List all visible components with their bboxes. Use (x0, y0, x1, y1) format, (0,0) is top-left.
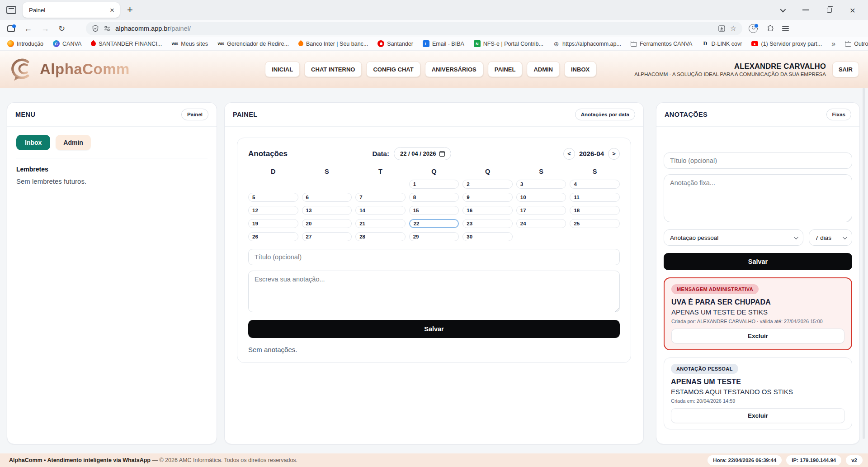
save-note-button[interactable]: Salvar (248, 320, 620, 338)
folder-icon (845, 42, 851, 47)
calendar-day-18[interactable]: 18 (570, 206, 620, 215)
minimize-icon[interactable] (802, 10, 809, 10)
calendar-day-11[interactable]: 11 (570, 193, 620, 202)
delete-note-button[interactable]: Excluir (671, 329, 844, 343)
bookmarks-overflow-icon[interactable]: » (831, 40, 835, 48)
browser-toolbar: ← → ↻ alphacomm.app.br/painel/ ☆ (0, 20, 868, 37)
profile-icon[interactable] (749, 24, 758, 33)
logout-button[interactable]: SAIR (832, 62, 859, 77)
menu-panel-badge[interactable]: Painel (181, 109, 208, 120)
nav-chat-interno[interactable]: CHAT INTERNO (304, 62, 362, 77)
prev-month-button[interactable]: < (563, 148, 575, 160)
calendar-day-3[interactable]: 3 (516, 180, 566, 189)
bookmark-item[interactable]: Introdução (7, 40, 43, 47)
calendar-icon[interactable] (439, 151, 445, 157)
calendar-day-4[interactable]: 4 (570, 180, 620, 189)
browser-tab[interactable]: Painel × (23, 2, 120, 18)
fixed-note-text-input[interactable] (664, 174, 852, 222)
firefox-icon (7, 40, 14, 47)
tab-actions-icon[interactable] (6, 6, 16, 14)
tab-admin[interactable]: Admin (56, 135, 91, 150)
calendar-day-8[interactable]: 8 (409, 193, 459, 202)
bookmark-item[interactable]: CANVA (53, 40, 81, 47)
tab-close-icon[interactable]: × (109, 6, 115, 14)
nav-inicial[interactable]: INICIAL (265, 62, 300, 77)
nav-admin[interactable]: ADMIN (527, 62, 560, 77)
save-fixed-note-button[interactable]: Salvar (664, 253, 852, 270)
calendar-day-24[interactable]: 24 (516, 219, 566, 228)
date-input[interactable]: 22 / 04 / 2026 (394, 147, 452, 160)
calendar-day-6[interactable]: 6 (302, 193, 352, 202)
note-type-select[interactable]: Anotação pessoal (664, 229, 803, 246)
bookmark-item[interactable]: Email - BIBA (423, 40, 464, 47)
reminders-title: Lembretes (16, 166, 208, 173)
save-page-icon[interactable] (718, 25, 726, 32)
workspaces-icon[interactable] (7, 25, 15, 32)
painel-panel-badge[interactable]: Anotações por data (575, 109, 635, 120)
scrollbar[interactable] (863, 88, 865, 439)
next-month-button[interactable]: > (608, 148, 620, 160)
calendar-day-15[interactable]: 15 (409, 206, 459, 215)
site-permissions-icon[interactable] (104, 25, 111, 32)
calendar-day-26[interactable]: 26 (248, 232, 298, 241)
calendar-day-2[interactable]: 2 (462, 180, 513, 189)
calendar-day-22[interactable]: 22 (409, 219, 459, 228)
anotacoes-panel-badge[interactable]: Fixas (826, 109, 851, 120)
bookmark-item[interactable]: SANTANDER FINANCI... (91, 41, 162, 47)
calendar-day-12[interactable]: 12 (248, 206, 298, 215)
calendar-day-27[interactable]: 27 (302, 232, 352, 241)
bookmark-item[interactable]: Ferramentos CANVA (631, 41, 692, 47)
calendar-day-30[interactable]: 30 (462, 232, 513, 241)
calendar-day-10[interactable]: 10 (516, 193, 566, 202)
bookmark-item[interactable]: https://alphacomm.ap... (553, 40, 621, 47)
close-icon[interactable]: × (850, 5, 855, 15)
url-text[interactable]: alphacomm.app.br/painel/ (115, 25, 191, 32)
calendar-day-5[interactable]: 5 (248, 193, 298, 202)
extensions-puzzle-icon[interactable] (766, 24, 774, 33)
calendar-day-29[interactable]: 29 (409, 232, 459, 241)
restore-icon[interactable] (827, 8, 832, 13)
duration-select[interactable]: 7 dias (809, 229, 852, 246)
bookmark-item[interactable]: NFS-e | Portal Contrib... (474, 40, 543, 47)
refresh-icon[interactable]: ↻ (58, 24, 65, 33)
calendar-day-9[interactable]: 9 (462, 193, 513, 202)
calendar-day-25[interactable]: 25 (570, 219, 620, 228)
calendar-day-13[interactable]: 13 (302, 206, 352, 215)
calendar-day-1[interactable]: 1 (409, 180, 459, 189)
nav-config-chat[interactable]: CONFIG CHAT (366, 62, 420, 77)
calendar-day-16[interactable]: 16 (462, 206, 513, 215)
bookmark-item[interactable]: D-LINK covr (702, 40, 742, 47)
calendar-day-20[interactable]: 20 (302, 219, 352, 228)
bookmark-item[interactable]: (1) Servidor proxy part... (751, 41, 822, 47)
calendar-day-7[interactable]: 7 (355, 193, 406, 202)
bookmark-item[interactable]: Meus sites (171, 40, 208, 47)
calendar-day-14[interactable]: 14 (355, 206, 406, 215)
dlink-icon (702, 40, 708, 47)
calendar-day-21[interactable]: 21 (355, 219, 406, 228)
bookmark-item[interactable]: Gerenciador de Redire... (217, 40, 289, 47)
tab-list-chevron-icon[interactable] (780, 6, 786, 12)
calendar-day-19[interactable]: 19 (248, 219, 298, 228)
calendar-day-17[interactable]: 17 (516, 206, 566, 215)
bookmark-item[interactable]: Banco Inter | Seu banc... (298, 41, 368, 47)
other-favorites[interactable]: Outros favoritos (845, 41, 868, 47)
note-text-input[interactable] (248, 271, 620, 312)
tab-inbox[interactable]: Inbox (16, 135, 50, 150)
favorite-star-icon[interactable]: ☆ (730, 25, 736, 32)
menu-icon[interactable] (782, 26, 789, 31)
nav-aniversários[interactable]: ANIVERSÁRIOS (425, 62, 483, 77)
fixed-note-title-input[interactable] (664, 152, 852, 169)
note-title-input[interactable] (248, 249, 620, 265)
bookmark-item[interactable]: Santander (377, 40, 413, 47)
calendar-day-23[interactable]: 23 (462, 219, 513, 228)
new-tab-button[interactable]: + (127, 5, 133, 15)
back-icon[interactable]: ← (24, 24, 32, 33)
nav-painel[interactable]: PAINEL (488, 62, 523, 77)
alphacomm-logo-icon (9, 57, 35, 81)
menu-panel: MENU Painel Inbox Admin Lembretes Sem le… (7, 102, 217, 444)
delete-note-button[interactable]: Excluir (671, 408, 845, 423)
address-bar[interactable]: alphacomm.app.br/painel/ ☆ (86, 22, 742, 35)
forward-icon[interactable]: → (41, 24, 49, 33)
nav-inbox[interactable]: INBOX (564, 62, 596, 77)
calendar-day-28[interactable]: 28 (355, 232, 406, 241)
